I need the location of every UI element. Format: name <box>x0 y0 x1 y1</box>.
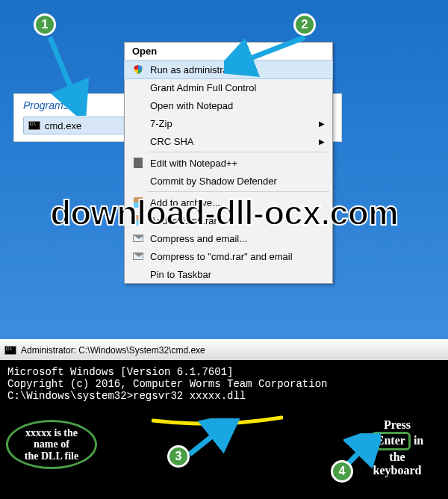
blank-icon <box>131 175 146 187</box>
submenu-arrow-icon: ▶ <box>319 137 325 146</box>
menu-item-label: Open with Notepad <box>150 100 233 111</box>
cmd-icon <box>28 121 40 130</box>
menu-item-label: Pin to Taskbar <box>150 269 211 280</box>
shield-icon <box>131 63 146 75</box>
cmd-title-bar[interactable]: Administrator: C:\Windows\System32\cmd.e… <box>0 339 448 360</box>
menu-item-label: CRC SHA <box>150 136 194 147</box>
menu-crc-sha[interactable]: CRC SHA▶ <box>125 132 332 150</box>
menu-item-label: 7-Zip <box>150 118 172 129</box>
blank-icon <box>131 99 146 111</box>
menu-edit-notepadpp[interactable]: Edit with Notepad++ <box>125 154 332 172</box>
blank-icon <box>131 81 146 93</box>
menu-item-label: Commit by Shadow Defender <box>150 176 277 187</box>
arrow-3 <box>184 418 243 463</box>
menu-item-label: Compress to "cmd.rar" and email <box>150 251 293 262</box>
menu-item-label: Grant Admin Full Control <box>150 82 256 93</box>
menu-grant-admin-full[interactable]: Grant Admin Full Control <box>125 78 332 96</box>
console-prompt: C:\Windows\system32>regsvr32 xxxxx.dll <box>7 390 441 402</box>
menu-separator <box>147 152 329 152</box>
menu-separator <box>147 191 329 192</box>
menu-commit-shadow[interactable]: Commit by Shadow Defender <box>125 172 332 190</box>
mail-icon <box>131 232 146 244</box>
menu-7zip[interactable]: 7-Zip▶ <box>125 114 332 132</box>
mail-icon <box>131 250 146 262</box>
menu-item-label: Compress and email... <box>150 233 247 244</box>
step-badge-1: 1 <box>34 13 56 36</box>
step-badge-2: 2 <box>293 13 316 36</box>
arrow-2 <box>224 34 314 78</box>
blank-icon <box>131 268 146 280</box>
annotation-dll-name: xxxxx is the name of the DLL file <box>6 420 97 469</box>
console-line: Microsoft Windows [Version 6.1.7601] <box>7 366 441 378</box>
console-line: Copyright (c) 2016, Computer Worms Team … <box>7 378 441 390</box>
menu-item-label: Edit with Notepad++ <box>150 158 237 169</box>
submenu-arrow-icon: ▶ <box>319 120 325 128</box>
menu-pin-to-taskbar[interactable]: Pin to Taskbar <box>125 265 332 283</box>
cmd-title-text: Administrator: C:\Windows\System32\cmd.e… <box>21 345 205 356</box>
watermark-text: download-dll-ocx.com <box>0 193 448 233</box>
blank-icon <box>131 135 146 147</box>
step-badge-4: 4 <box>331 460 353 483</box>
step-badge-3: 3 <box>167 445 190 468</box>
arrow-1 <box>46 34 91 116</box>
program-item-label: cmd.exe <box>45 120 81 131</box>
blank-icon <box>131 117 146 129</box>
menu-compress-rar-email[interactable]: Compress to "cmd.rar" and email <box>125 247 332 265</box>
menu-open-with-notepad[interactable]: Open with Notepad <box>125 96 332 114</box>
desktop-background: 1 2 Programs (1) cmd.exe Open Run as adm… <box>0 0 448 339</box>
cmd-icon <box>4 346 16 355</box>
notepad-icon <box>131 157 146 169</box>
